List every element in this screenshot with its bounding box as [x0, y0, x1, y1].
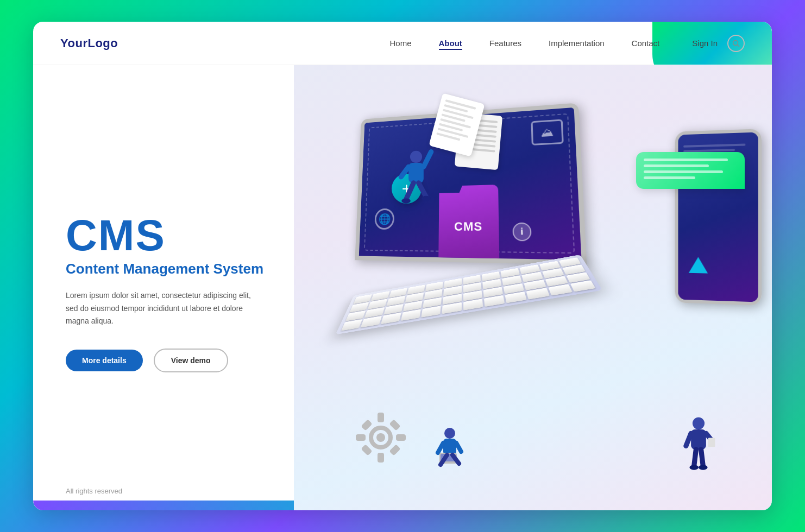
svg-point-3 — [376, 433, 385, 442]
hero-subtitle: Content Management System — [66, 261, 267, 277]
nav-right: Sign In — [692, 35, 745, 52]
svg-rect-7 — [396, 434, 406, 441]
key — [341, 319, 362, 331]
svg-point-28 — [693, 417, 705, 429]
more-details-button[interactable]: More details — [66, 350, 143, 371]
key — [361, 316, 382, 327]
svg-rect-10 — [361, 444, 372, 455]
key — [484, 295, 505, 307]
svg-line-16 — [406, 183, 414, 199]
chat-bubble — [636, 152, 745, 189]
cms-folder: CMS — [438, 185, 499, 258]
svg-rect-9 — [389, 419, 400, 430]
person-3 — [680, 416, 718, 483]
cms-folder-label: CMS — [454, 219, 482, 234]
key — [349, 302, 369, 312]
svg-line-23 — [456, 443, 461, 452]
nav-home[interactable]: Home — [389, 39, 411, 48]
svg-line-34 — [701, 449, 703, 466]
svg-rect-5 — [378, 453, 384, 463]
chat-line — [644, 164, 709, 167]
nav-implementation-link[interactable]: Implementation — [549, 39, 605, 48]
nav-about[interactable]: About — [439, 39, 462, 48]
svg-line-22 — [438, 443, 443, 453]
footer-rights: All rights reserved — [66, 487, 122, 495]
key — [463, 299, 483, 311]
info-icon: i — [512, 223, 531, 241]
key — [505, 292, 527, 303]
nav-links: Home About Features Implementation Conta… — [389, 39, 659, 48]
svg-line-32 — [686, 433, 691, 446]
svg-rect-21 — [443, 439, 456, 455]
key — [526, 288, 549, 299]
phone-triangle-icon — [689, 257, 708, 273]
image-icon — [531, 119, 563, 145]
svg-line-17 — [419, 183, 426, 197]
hero-title: CMS — [66, 214, 267, 257]
svg-point-19 — [422, 196, 431, 201]
svg-rect-8 — [361, 419, 372, 430]
svg-point-0 — [733, 40, 738, 45]
person-2-svg — [435, 427, 465, 478]
svg-point-12 — [410, 151, 422, 163]
nav-contact-link[interactable]: Contact — [632, 39, 660, 48]
search-svg — [732, 40, 740, 47]
svg-line-15 — [401, 167, 408, 176]
search-icon[interactable] — [727, 35, 745, 52]
left-panel: CMS Content Management System Lorem ipsu… — [33, 65, 294, 510]
nav-about-link[interactable]: About — [439, 39, 462, 50]
nav-home-link[interactable]: Home — [389, 39, 411, 48]
chat-line — [644, 170, 723, 173]
view-demo-button[interactable]: View demo — [154, 349, 228, 372]
chat-line — [644, 176, 695, 179]
navbar: YourLogo Home About Features Implementat… — [33, 22, 772, 65]
key — [345, 311, 366, 321]
key — [353, 294, 372, 304]
right-panel: 🌐 i CMS — [294, 65, 772, 510]
svg-line-33 — [694, 449, 696, 466]
person-3-svg — [680, 416, 718, 481]
svg-line-14 — [424, 152, 431, 167]
svg-point-36 — [699, 465, 708, 470]
main-card: YourLogo Home About Features Implementat… — [33, 22, 772, 510]
person-2 — [435, 427, 465, 480]
svg-point-18 — [401, 198, 411, 203]
svg-line-1 — [738, 45, 740, 47]
nav-features-link[interactable]: Features — [489, 39, 521, 48]
svg-point-20 — [444, 428, 455, 439]
chat-line — [644, 159, 728, 161]
main-content: CMS Content Management System Lorem ipsu… — [33, 65, 772, 510]
svg-rect-31 — [708, 438, 715, 447]
svg-rect-4 — [378, 413, 384, 422]
button-group: More details View demo — [66, 349, 267, 372]
svg-point-35 — [689, 465, 699, 470]
nav-implementation[interactable]: Implementation — [549, 39, 605, 48]
signin-button[interactable]: Sign In — [692, 39, 718, 48]
phone-line — [683, 143, 745, 147]
svg-rect-6 — [356, 434, 366, 441]
logo: YourLogo — [60, 36, 118, 50]
svg-rect-11 — [389, 444, 400, 455]
gear-icon — [354, 410, 408, 467]
gear-svg — [354, 410, 408, 465]
nav-features[interactable]: Features — [489, 39, 521, 48]
nav-contact[interactable]: Contact — [632, 39, 660, 48]
person-1 — [397, 149, 435, 217]
person-1-svg — [397, 149, 435, 214]
key — [380, 313, 401, 324]
hero-description: Lorem ipsum dolor sit amet, consectetur … — [66, 289, 261, 328]
